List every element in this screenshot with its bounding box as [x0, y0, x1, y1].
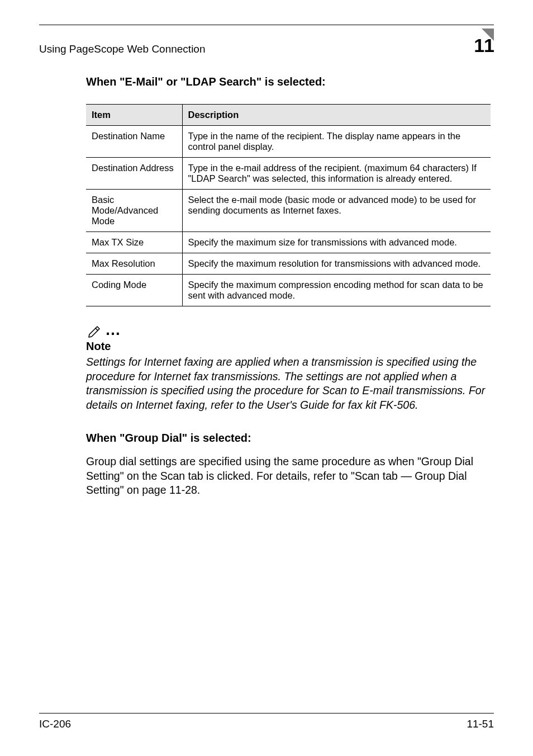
- running-head: Using PageScope Web Connection: [39, 39, 206, 55]
- table-cell-description: Specify the maximum compression encoding…: [182, 275, 491, 306]
- table-cell-description: Specify the maximum size for transmissio…: [182, 232, 491, 253]
- table-cell-description: Specify the maximum resolution for trans…: [182, 253, 491, 275]
- table-cell-description: Select the e-mail mode (basic mode or ad…: [182, 190, 491, 232]
- note-body: Settings for Internet faxing are applied…: [86, 355, 491, 413]
- table-cell-item: Basic Mode/Advanced Mode: [86, 190, 182, 232]
- table-row: Max Resolution Specify the maximum resol…: [86, 253, 491, 275]
- chapter-tab: 11: [460, 29, 494, 55]
- footer-page-number: 11-51: [467, 718, 494, 730]
- chapter-number: 11: [474, 35, 494, 56]
- ellipsis-icon: …: [105, 321, 124, 338]
- table-cell-item: Destination Name: [86, 126, 182, 158]
- pencil-icon: [86, 322, 103, 339]
- table-row: Destination Address Type in the e-mail a…: [86, 158, 491, 190]
- table-header-description: Description: [182, 105, 491, 126]
- table-cell-item: Coding Mode: [86, 275, 182, 306]
- table-cell-item: Max Resolution: [86, 253, 182, 275]
- table-cell-description: Type in the name of the recipient. The d…: [182, 126, 491, 158]
- section-heading-email-ldap: When "E-Mail" or "LDAP Search" is select…: [86, 75, 491, 88]
- table-cell-item: Destination Address: [86, 158, 182, 190]
- table-row: Basic Mode/Advanced Mode Select the e-ma…: [86, 190, 491, 232]
- section-heading-group-dial: When "Group Dial" is selected:: [86, 432, 491, 445]
- note-label: Note: [86, 340, 491, 353]
- table-cell-item: Max TX Size: [86, 232, 182, 253]
- table-header-item: Item: [86, 105, 182, 126]
- table-row: Max TX Size Specify the maximum size for…: [86, 232, 491, 253]
- settings-table: Item Description Destination Name Type i…: [86, 104, 491, 306]
- table-cell-description: Type in the e-mail address of the recipi…: [182, 158, 491, 190]
- section-body-group-dial: Group dial settings are specified using …: [86, 455, 491, 498]
- table-row: Destination Name Type in the name of the…: [86, 126, 491, 158]
- footer-product: IC-206: [39, 718, 71, 730]
- table-row: Coding Mode Specify the maximum compress…: [86, 275, 491, 306]
